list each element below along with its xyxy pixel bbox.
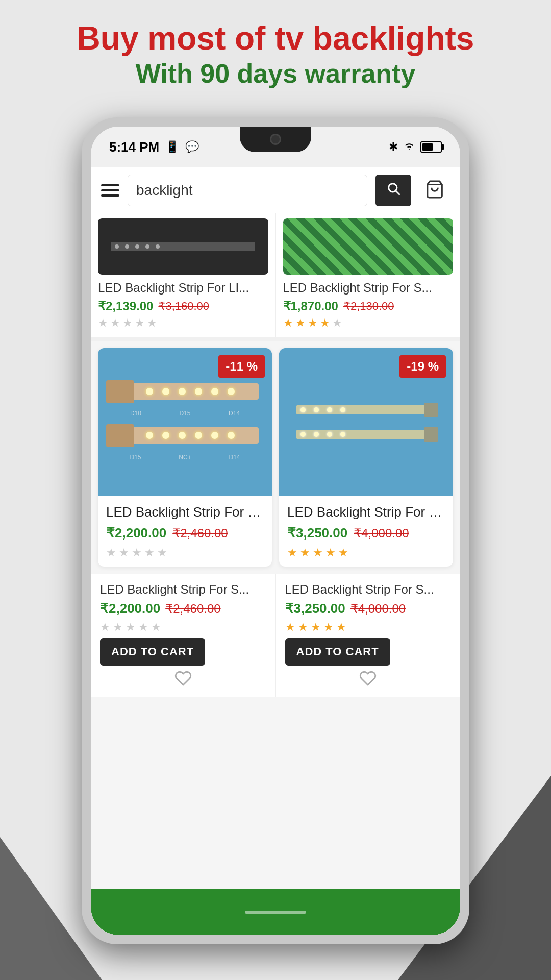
star: ★ [151,621,161,634]
product-image-partial-1 [98,218,268,275]
product-info-2: LED Backlight Strip For S... ₹3,250.00 ₹… [279,496,453,567]
menu-line-1 [101,184,119,186]
star: ★ [157,546,167,559]
partial-product-2: LED Backlight Strip For S... ₹1,870.00 ₹… [276,213,461,337]
star-4: ★ [320,316,330,330]
search-input-wrapper[interactable]: backlight [128,175,367,206]
led-connector-2 [424,427,438,442]
bottom-product-item-1: LED Backlight Strip For S... ₹2,200.00 ₹… [91,574,276,697]
search-input[interactable]: backlight [136,182,193,199]
product-img-dark [98,218,268,275]
main-product-grid: -11 % [91,341,460,574]
bottom-price-current-2: ₹3,250.00 [285,601,345,617]
star-1: ★ [283,316,293,330]
star-5: ★ [147,316,157,330]
led-connector-1 [424,403,438,417]
star: ★ [126,621,136,634]
partial-product-1-name: LED Backlight Strip For LI... [98,281,268,295]
bottom-price-row-2: ₹3,250.00 ₹4,000.00 [285,601,452,617]
star: ★ [311,621,321,634]
star: ★ [285,621,295,634]
svg-line-1 [396,191,399,194]
discount-badge-1: -11 % [218,355,265,378]
star: ★ [106,546,116,559]
star-2: ★ [295,316,306,330]
search-bar: backlight [91,167,460,213]
star-3: ★ [308,316,318,330]
product-stars-2: ★ ★ ★ ★ ★ [287,546,445,559]
connector-bottom [106,424,134,447]
hamburger-menu[interactable] [101,184,119,197]
product-image-2: -19 % [279,348,453,496]
add-to-cart-button-2[interactable]: ADD TO CART [285,638,390,666]
scroll-indicator [245,911,306,914]
star: ★ [313,546,323,559]
star: ★ [144,546,155,559]
bottom-price-original-2: ₹4,000.00 [350,602,406,616]
led-strip-top [111,383,259,400]
battery-icon [420,141,442,153]
product-prices-1: ₹2,200.00 ₹2,460.00 [106,525,264,541]
partial-products-row: LED Backlight Strip For LI... ₹2,139.00 … [91,213,460,341]
product-image-partial-2 [283,218,454,275]
front-camera [270,134,281,145]
cart-icon [425,180,444,201]
bottom-price-row-1: ₹2,200.00 ₹2,460.00 [100,601,266,617]
phone-frame: 5:14 PM 📱 💬 ✱ [82,117,469,944]
wishlist-icon-2[interactable] [285,670,452,687]
partial-product-1-stars: ★ ★ ★ ★ ★ [98,316,268,330]
star-4: ★ [135,316,145,330]
product-prices-2: ₹3,250.00 ₹4,000.00 [287,525,445,541]
discount-badge-2: -19 % [399,355,446,378]
star: ★ [132,546,142,559]
star: ★ [323,621,334,634]
bottom-price-current-1: ₹2,200.00 [100,601,160,617]
product-title-1: LED Backlight Strip For S... [106,504,264,520]
status-bar: 5:14 PM 📱 💬 ✱ [91,127,460,167]
wishlist-icon-1[interactable] [100,670,266,687]
cart-button[interactable] [419,175,450,206]
menu-line-3 [101,194,119,197]
header-banner: Buy most of tv backlights With 90 days w… [0,0,551,99]
bottom-stars-2: ★ ★ ★ ★ ★ [285,621,452,634]
partial-product-1: LED Backlight Strip For LI... ₹2,139.00 … [91,213,276,337]
partial-product-2-name: LED Backlight Strip For S... [283,281,454,295]
search-button[interactable] [375,175,411,206]
menu-line-2 [101,189,119,191]
star: ★ [338,546,348,559]
star: ★ [298,621,308,634]
star: ★ [336,621,346,634]
search-icon [386,181,400,199]
product-price-current-1: ₹2,200.00 [106,525,166,541]
star: ★ [113,621,123,634]
bottom-product-name-1: LED Backlight Strip For S... [100,582,266,597]
star: ★ [287,546,297,559]
star: ★ [100,621,110,634]
add-to-cart-button-1[interactable]: ADD TO CART [100,638,205,666]
wifi-icon [403,140,415,154]
product-price-original-2: ₹4,000.00 [354,526,409,541]
product-info-1: LED Backlight Strip For S... ₹2,200.00 ₹… [98,496,272,567]
star-3: ★ [122,316,133,330]
product-image-1: -11 % [98,348,272,496]
connector-top [106,380,134,403]
partial-product-2-price-row: ₹1,870.00 ₹2,130.00 [283,299,454,313]
led-bar-1 [296,405,436,414]
led-bar-2 [296,430,436,439]
partial-product-2-stars: ★ ★ ★ ★ ★ [283,316,454,330]
phone-screen: 5:14 PM 📱 💬 ✱ [91,127,460,935]
product-card-2: -19 % [279,348,453,567]
partial-product-1-price-current: ₹2,139.00 [98,299,153,313]
product-title-2: LED Backlight Strip For S... [287,504,445,520]
product-img-green [283,218,454,275]
bottom-stars-1: ★ ★ ★ ★ ★ [100,621,266,634]
partial-product-1-price-row: ₹2,139.00 ₹3,160.00 [98,299,268,313]
star-2: ★ [110,316,120,330]
star-5: ★ [332,316,342,330]
message-icon: 💬 [185,140,199,154]
star: ★ [119,546,129,559]
partial-product-2-price-original: ₹2,130.00 [343,300,394,313]
product-card-1: -11 % [98,348,272,567]
star-1: ★ [98,316,108,330]
banner-subtitle: With 90 days warranty [10,58,541,89]
